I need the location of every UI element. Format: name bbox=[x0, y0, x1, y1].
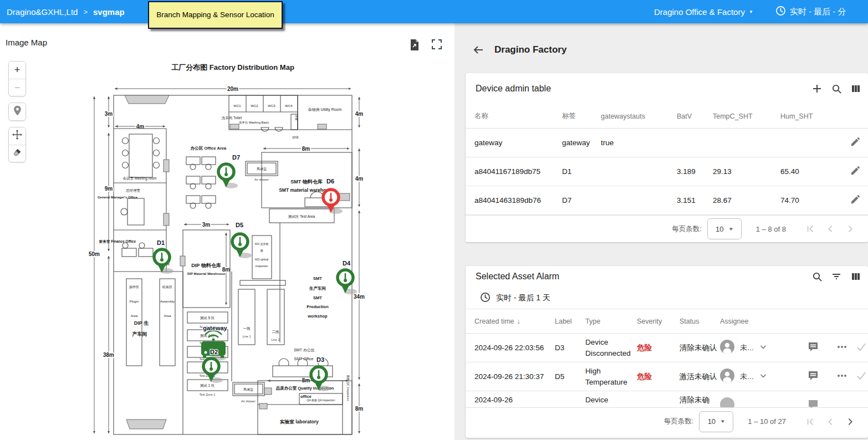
cell-status: 清除未确认 bbox=[680, 342, 720, 354]
page-size-select[interactable]: 10 ▼ bbox=[699, 411, 733, 432]
clock-icon bbox=[775, 6, 786, 18]
alarm-timewindow-button[interactable]: 实时 - 最后 1 天 bbox=[466, 287, 868, 309]
alarm-details-icon[interactable] bbox=[808, 341, 819, 354]
columns-icon[interactable] bbox=[850, 83, 861, 94]
add-entity-icon[interactable] bbox=[811, 83, 823, 94]
alarm-timewindow-label: 实时 - 最后 1 天 bbox=[496, 293, 550, 303]
fullscreen-icon[interactable] bbox=[431, 39, 443, 51]
edit-pencil-icon[interactable] bbox=[850, 195, 860, 206]
breadcrumb-separator: > bbox=[83, 8, 88, 16]
edit-pencil-icon[interactable] bbox=[850, 166, 860, 177]
next-page-button[interactable] bbox=[840, 412, 860, 432]
alarm-row[interactable]: 2024-09-26 21:30:37 D5 High Temperature … bbox=[466, 362, 868, 391]
assignee-name: 未... bbox=[740, 372, 754, 382]
cell-type: High Temperature bbox=[585, 366, 637, 387]
zoom-out-button[interactable]: − bbox=[9, 79, 25, 96]
acknowledge-check-icon[interactable] bbox=[856, 341, 867, 354]
page-range: 1 – 10 of 27 bbox=[748, 417, 786, 426]
room-test-area: 测试区 Test Area bbox=[288, 214, 315, 219]
room-assembly-cn: 组装区 bbox=[162, 285, 172, 289]
map-marker-d7[interactable]: D7 bbox=[218, 154, 240, 188]
more-actions-icon[interactable] bbox=[836, 341, 847, 354]
cell-name: a84041167189db75 bbox=[474, 167, 562, 176]
col-gatewaystauts[interactable]: gatewaystauts bbox=[601, 112, 677, 120]
timewindow-button[interactable]: 实时 - 最后 - 分 bbox=[775, 6, 846, 18]
map-marker-d5[interactable]: D5 bbox=[232, 222, 252, 258]
edit-pencil-icon[interactable] bbox=[850, 137, 860, 149]
zoom-in-button[interactable]: + bbox=[9, 62, 25, 79]
map-marker-d4[interactable]: D4 bbox=[338, 260, 357, 294]
table-row[interactable]: a84041463189db76 D7 3.151 28.67 74.70 bbox=[466, 186, 868, 215]
dim-8m-right: 8m bbox=[355, 406, 364, 412]
dim-9m: 9m bbox=[105, 186, 113, 192]
cell-type: Device Disconnected bbox=[585, 337, 637, 359]
prev-page-button[interactable] bbox=[820, 219, 840, 239]
cell-created: 2024-09-26 21:30:37 bbox=[474, 371, 555, 382]
dim-4m-right2: 4m bbox=[355, 176, 364, 182]
alarm-row[interactable]: 2024-09-26 22:03:56 D3 Device Disconnect… bbox=[466, 334, 868, 362]
col-created-time[interactable]: Created time ↓ bbox=[474, 318, 555, 325]
col-hum[interactable]: Hum_SHT bbox=[780, 112, 847, 120]
assignee-cell[interactable]: 未... bbox=[720, 340, 798, 356]
col-label[interactable]: Label bbox=[555, 318, 585, 325]
room-office-area: 办公区 Office Area bbox=[190, 146, 227, 151]
map-marker-d2[interactable] bbox=[203, 359, 223, 383]
map-marker-gateway[interactable]: gateway D2 bbox=[201, 325, 228, 361]
room-dip-ws1: DIP 生 bbox=[134, 320, 149, 326]
cell-label: gateway bbox=[562, 139, 601, 147]
room-smt-ws5: workshop bbox=[307, 314, 328, 319]
acknowledge-check-icon[interactable] bbox=[856, 370, 867, 383]
tooltip: Branch Mapping & Sensor Location bbox=[148, 1, 283, 29]
col-tempc[interactable]: TempC_SHT bbox=[713, 112, 780, 120]
room-smt-ws3: SMT bbox=[313, 295, 322, 300]
next-page-button[interactable] bbox=[840, 219, 860, 239]
columns-icon[interactable] bbox=[850, 271, 861, 282]
place-marker-button[interactable] bbox=[9, 103, 25, 120]
cell-batv: 3.189 bbox=[677, 167, 713, 176]
room-dip-ws2: 产车间 bbox=[132, 331, 147, 337]
assignee-cell[interactable]: 未... bbox=[720, 369, 798, 385]
col-assignee[interactable]: Assignee bbox=[720, 318, 798, 325]
search-icon[interactable] bbox=[831, 83, 842, 94]
room-line2-cn: 二线 bbox=[272, 330, 280, 334]
col-status[interactable]: Status bbox=[680, 318, 720, 325]
breadcrumb-company[interactable]: Dragino&GXHL,Ltd bbox=[7, 7, 78, 17]
alarm-details-icon[interactable] bbox=[808, 370, 819, 383]
col-name[interactable]: 名称 bbox=[474, 111, 562, 121]
col-label[interactable]: 标签 bbox=[562, 111, 601, 121]
map-marker-d6[interactable]: D6 bbox=[323, 178, 343, 214]
svg-text:D7: D7 bbox=[232, 154, 240, 161]
export-image-icon[interactable] bbox=[409, 39, 421, 51]
pan-button[interactable] bbox=[9, 127, 25, 145]
erase-button[interactable] bbox=[9, 145, 25, 162]
back-button[interactable] bbox=[472, 43, 486, 57]
more-actions-icon[interactable] bbox=[836, 370, 847, 383]
room-gm-en: General Manager's Office bbox=[98, 196, 138, 199]
col-severity[interactable]: Severity bbox=[637, 318, 680, 325]
dim-34m: 34m bbox=[354, 294, 365, 300]
search-icon[interactable] bbox=[811, 271, 823, 282]
breadcrumb-page[interactable]: svgmap bbox=[93, 7, 125, 17]
entity-selector[interactable]: Dragino Office & Factory ▼ bbox=[654, 7, 753, 17]
device-card-title: Device admin table bbox=[476, 84, 811, 94]
room-tz5-cn: 测试 5 区 bbox=[200, 316, 215, 320]
table-row[interactable]: gateway gateway true bbox=[466, 129, 868, 157]
table-row[interactable]: a84041167189db75 D1 3.189 29.13 65.40 bbox=[466, 157, 868, 186]
timewindow-label: 实时 - 最后 - 分 bbox=[790, 7, 846, 17]
factory-map: 工厂分布图 Factory Distribution Map 20m 50m 3… bbox=[72, 58, 377, 440]
first-page-button[interactable] bbox=[800, 412, 820, 432]
col-type[interactable]: Type bbox=[585, 318, 637, 325]
room-dip-wh-en: DIP Material Warehouse bbox=[187, 272, 226, 275]
room-tz1-en: Test Zone 1 bbox=[200, 393, 216, 396]
room-wc4: WC4 bbox=[285, 104, 293, 108]
first-page-button[interactable] bbox=[800, 219, 820, 239]
map-marker-d1[interactable]: D1 bbox=[154, 239, 173, 274]
prev-page-button[interactable] bbox=[820, 412, 840, 432]
col-batv[interactable]: BatV bbox=[677, 112, 713, 120]
room-plugin-en1: Plugin bbox=[130, 300, 139, 303]
cell-hum: 65.40 bbox=[780, 167, 847, 176]
room-smt-office-cn: SMT 办公区 bbox=[294, 348, 315, 352]
filter-icon[interactable] bbox=[831, 271, 842, 282]
page-size-select[interactable]: 10 ▼ bbox=[707, 218, 742, 239]
cell-severity: 危险 bbox=[637, 372, 680, 382]
